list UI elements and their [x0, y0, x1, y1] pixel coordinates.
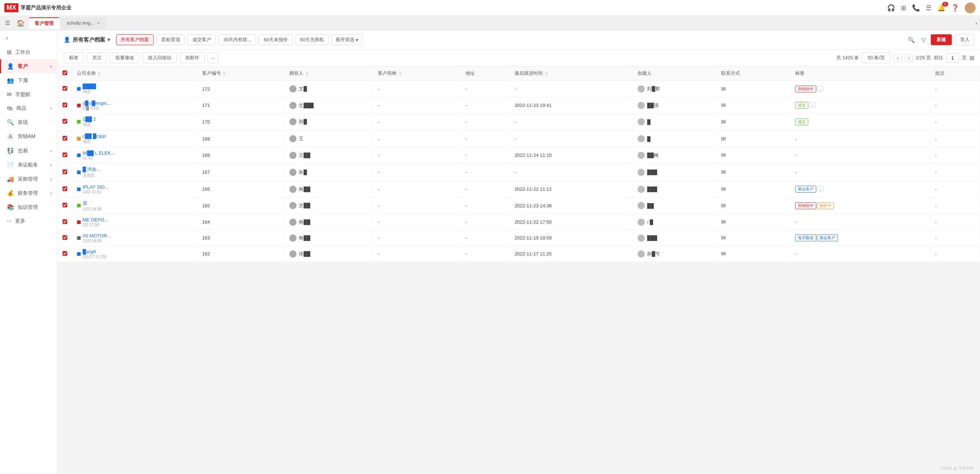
row-checkbox-3[interactable] [62, 136, 67, 141]
sidebar-collapse-btn[interactable]: ‹ [0, 30, 57, 45]
per-page-select[interactable]: 50 条/页 [862, 52, 891, 63]
recycle-btn[interactable]: 放入回收站 [143, 52, 177, 63]
sort-number-icon[interactable]: ⇅ [223, 71, 226, 76]
sidebar-item-discover[interactable]: 🔍 发现 [0, 115, 57, 129]
sidebar-item-purchase[interactable]: 🚚 采购管理 › [0, 172, 57, 186]
apps-icon[interactable]: ⊞ [901, 4, 906, 12]
contact-mail-icon-7[interactable]: ✉ [721, 203, 726, 209]
company-name-5[interactable]: █ 鸿金... [83, 166, 101, 173]
sidebar-item-workbench[interactable]: ⊞ 工作台 [0, 45, 57, 59]
tab-customer-management[interactable]: 客户管理 [29, 17, 59, 29]
home-tab-btn[interactable]: 🏠 [14, 18, 27, 29]
user-avatar[interactable] [965, 3, 976, 13]
company-name-10[interactable]: █argill [83, 249, 106, 254]
filter-noquote60-btn[interactable]: 60天无商机 [296, 34, 329, 45]
headset-icon[interactable]: 🎧 [887, 4, 895, 12]
sidebar-item-subordinate[interactable]: 👥 下属 [0, 73, 57, 87]
contact-mail-icon-10[interactable]: ✉ [721, 251, 726, 257]
company-name-0[interactable]: ████ [83, 84, 96, 89]
row-checkbox-10[interactable] [62, 251, 67, 256]
tag-...-6[interactable]: ... [817, 186, 824, 192]
row-checkbox-2[interactable] [62, 119, 67, 124]
filter-closed-btn[interactable]: 成交客户 [188, 34, 216, 45]
page-number-input[interactable] [946, 53, 959, 62]
expand-filter-btn[interactable]: 展开筛选 ▾ [332, 34, 362, 45]
list-icon[interactable]: ☰ [926, 4, 932, 12]
company-name-9[interactable]: /IS MOTOR... [83, 233, 111, 238]
sidebar-item-finance[interactable]: 💰 财务管理 › [0, 186, 57, 200]
contact-mail-icon-4[interactable]: ✉ [721, 152, 726, 158]
tag-展会客户-6[interactable]: 展会客户 [795, 186, 816, 193]
new-btn[interactable]: 新建 [931, 34, 952, 45]
company-name-7[interactable]: 苏 [83, 200, 102, 207]
sidebar-item-more[interactable]: ··· 更多 [0, 214, 57, 228]
tag-成交-2[interactable]: 成交 [795, 119, 808, 125]
header-checkbox[interactable] [62, 70, 67, 75]
tag-btn[interactable]: 标签 [64, 52, 84, 63]
filter-all-btn[interactable]: 所有客户档案 [116, 34, 154, 45]
filter-price60-btn[interactable]: 60天未报价 [259, 34, 292, 45]
contact-mail-icon-5[interactable]: ✉ [721, 169, 726, 175]
contact-mail-icon-8[interactable]: ✉ [721, 219, 726, 225]
bell-icon[interactable]: 🔔 6 [937, 4, 945, 12]
sidebar-item-knowledge[interactable]: 📚 知识管理 [0, 200, 57, 214]
row-checkbox-9[interactable] [62, 235, 67, 240]
contact-mail-icon-0[interactable]: ✉ [721, 86, 726, 92]
tab-schultz[interactable]: schultz eng... ✕ [61, 17, 106, 29]
tag-营销软件-7[interactable]: 营销软件 [795, 202, 816, 209]
row-checkbox-0[interactable] [62, 86, 67, 91]
sidebar-toggle-btn[interactable]: ☰ [3, 18, 12, 28]
help-icon[interactable]: ❓ [951, 4, 959, 12]
row-checkbox-4[interactable] [62, 152, 67, 157]
row-checkbox-6[interactable] [62, 186, 67, 191]
tag-海关数据-9[interactable]: 海关数据 [795, 235, 816, 241]
sort-short-name-icon[interactable]: ⇅ [399, 71, 402, 76]
tag-营销软件-0[interactable]: 营销软件 [795, 86, 816, 92]
next-page-btn[interactable]: › [905, 54, 913, 62]
contact-mail-icon-3[interactable]: ✉ [721, 136, 726, 142]
company-name-2[interactable]: 1██ 2 [83, 116, 96, 122]
company-name-4[interactable]: W██ L ELEK... [83, 150, 115, 156]
sidebar-item-marketing[interactable]: A 营销AM [0, 129, 57, 144]
search-btn[interactable]: 🔍 [906, 35, 916, 45]
contact-mail-icon-2[interactable]: ✉ [721, 119, 726, 125]
tab-close-icon[interactable]: ✕ [97, 21, 100, 25]
tag-报价中-7[interactable]: 报价中 [817, 202, 834, 209]
company-name-6[interactable]: IPLAY SID... [83, 184, 109, 190]
company-name-3[interactable]: c██ █cqqc [83, 133, 106, 139]
follow-btn[interactable]: 关注 [87, 52, 107, 63]
filter-star-btn[interactable]: 星标置顶 [157, 34, 185, 45]
row-checkbox-7[interactable] [62, 203, 67, 208]
tab-nav-right-icon[interactable]: › [975, 20, 977, 26]
row-checkbox-1[interactable] [62, 103, 67, 107]
phone-icon[interactable]: 📞 [912, 4, 920, 12]
grid-view-btn[interactable]: ⊞ [969, 55, 974, 62]
sort-last-contact-icon[interactable]: ⇅ [545, 71, 548, 76]
filter-contact30-btn[interactable]: 30天内有联... [219, 34, 256, 45]
contact-mail-icon-9[interactable]: ✉ [721, 235, 726, 241]
tag-...-0[interactable]: ... [817, 86, 824, 92]
company-name-1[interactable]: s█ul█engin... [83, 100, 111, 106]
filter-icon-btn[interactable]: ▽ [920, 35, 927, 45]
tag-...-1[interactable]: ... [809, 102, 816, 108]
row-checkbox-5[interactable] [62, 170, 67, 174]
sidebar-item-customer[interactable]: 👤 客户 › [0, 59, 57, 73]
title-dropdown-icon[interactable]: ▾ [107, 36, 110, 43]
import-btn[interactable]: 导入 [955, 34, 974, 46]
sidebar-item-product[interactable]: 🛍 商品 › [0, 101, 57, 115]
tag-展会客户-9[interactable]: 展会客户 [817, 235, 838, 241]
tag-成交-1[interactable]: 成交 [795, 102, 808, 109]
more-actions-btn[interactable]: ··· [208, 52, 218, 63]
sidebar-item-document[interactable]: 📄 单证船务 › [0, 158, 57, 172]
contact-mail-icon-1[interactable]: ✉ [721, 102, 726, 108]
send-email-btn[interactable]: 发邮件 [180, 52, 205, 63]
prev-page-btn[interactable]: ‹ [894, 54, 902, 62]
company-name-8[interactable]: ME DEPO... [83, 217, 108, 222]
sort-owner-icon[interactable]: ⇅ [305, 71, 309, 76]
sidebar-item-mail[interactable]: ✉ 孚盟邮 [0, 87, 57, 101]
contact-mail-icon-6[interactable]: ✉ [721, 186, 726, 192]
batch-edit-btn[interactable]: 批量修改 [110, 52, 140, 63]
row-checkbox-8[interactable] [62, 219, 67, 224]
sidebar-item-trade[interactable]: 💱 交易 › [0, 144, 57, 158]
sort-company-icon[interactable]: ⇅ [98, 71, 100, 76]
